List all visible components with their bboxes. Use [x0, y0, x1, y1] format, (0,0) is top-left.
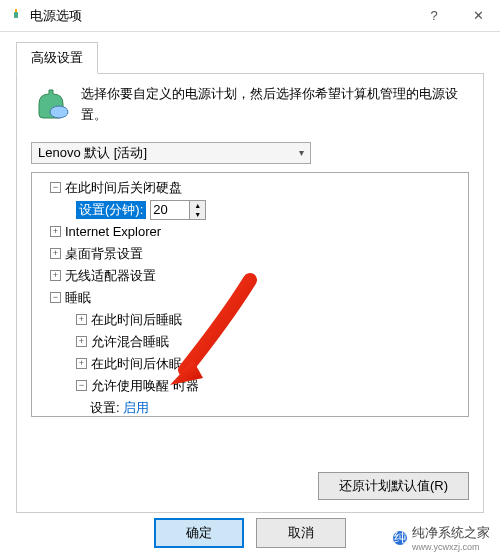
description-text: 选择你要自定义的电源计划，然后选择你希望计算机管理的电源设置。 — [81, 84, 469, 126]
collapse-icon[interactable]: − — [50, 292, 61, 303]
expand-icon[interactable]: + — [76, 358, 87, 369]
tree-hybrid[interactable]: +允许混合睡眠 — [36, 331, 464, 353]
collapse-icon[interactable]: − — [50, 182, 61, 193]
settings-tree[interactable]: −在此时间后关闭硬盘 设置(分钟): ▲▼ +Internet Explorer… — [31, 172, 469, 417]
close-button[interactable]: ✕ — [456, 0, 500, 32]
tree-hdd[interactable]: −在此时间后关闭硬盘 — [36, 177, 464, 199]
expand-icon[interactable]: + — [76, 336, 87, 347]
help-button[interactable]: ? — [412, 0, 456, 32]
expand-icon[interactable]: + — [50, 270, 61, 281]
tree-wake-setting[interactable]: 设置: 启用 — [36, 397, 464, 417]
svg-text:纯: 纯 — [394, 530, 407, 545]
svg-rect-1 — [15, 9, 17, 12]
spinner-buttons[interactable]: ▲▼ — [190, 200, 206, 220]
plan-dropdown[interactable]: Lenovo 默认 [活动] ▾ — [31, 142, 311, 164]
hdd-setting-label: 设置(分钟): — [76, 201, 146, 219]
hdd-value-input[interactable] — [150, 200, 190, 220]
dialog-body: 高级设置 选择你要自定义的电源计划，然后选择你希望计算机管理的电源设置。 Len… — [0, 32, 500, 513]
watermark: 纯 纯净系统之家 www.ycwxzj.com — [392, 524, 490, 552]
cancel-button[interactable]: 取消 — [256, 518, 346, 548]
description-row: 选择你要自定义的电源计划，然后选择你希望计算机管理的电源设置。 — [31, 84, 469, 126]
tree-desktop[interactable]: +桌面背景设置 — [36, 243, 464, 265]
wake-setting-value[interactable]: 启用 — [123, 399, 149, 417]
tree-wireless[interactable]: +无线适配器设置 — [36, 265, 464, 287]
tree-hdd-setting[interactable]: 设置(分钟): ▲▼ — [36, 199, 464, 221]
tab-panel: 选择你要自定义的电源计划，然后选择你希望计算机管理的电源设置。 Lenovo 默… — [16, 73, 484, 513]
tab-advanced[interactable]: 高级设置 — [16, 42, 98, 74]
svg-point-2 — [50, 106, 68, 118]
title-bar: 电源选项 ? ✕ — [0, 0, 500, 32]
wake-setting-label: 设置: — [90, 399, 120, 417]
restore-defaults-button[interactable]: 还原计划默认值(R) — [318, 472, 469, 500]
tree-sleep-after[interactable]: +在此时间后睡眠 — [36, 309, 464, 331]
ok-button[interactable]: 确定 — [154, 518, 244, 548]
svg-rect-0 — [14, 12, 18, 18]
plan-selected: Lenovo 默认 [活动] — [38, 144, 147, 162]
power-plan-icon — [31, 84, 71, 124]
tree-ie[interactable]: +Internet Explorer — [36, 221, 464, 243]
hdd-value-spinner[interactable]: ▲▼ — [150, 200, 206, 220]
window-title: 电源选项 — [30, 7, 412, 25]
tree-sleep[interactable]: −睡眠 — [36, 287, 464, 309]
watermark-text: 纯净系统之家 — [412, 524, 490, 542]
expand-icon[interactable]: + — [50, 226, 61, 237]
chevron-down-icon: ▾ — [299, 147, 304, 158]
power-icon — [8, 8, 24, 24]
tree-wake-timer[interactable]: −允许使用唤醒 时器 — [36, 375, 464, 397]
watermark-url: www.ycwxzj.com — [412, 542, 490, 552]
tree-hibernate-after[interactable]: +在此时间后休眠 — [36, 353, 464, 375]
watermark-icon: 纯 — [392, 530, 408, 546]
expand-icon[interactable]: + — [50, 248, 61, 259]
collapse-icon[interactable]: − — [76, 380, 87, 391]
expand-icon[interactable]: + — [76, 314, 87, 325]
